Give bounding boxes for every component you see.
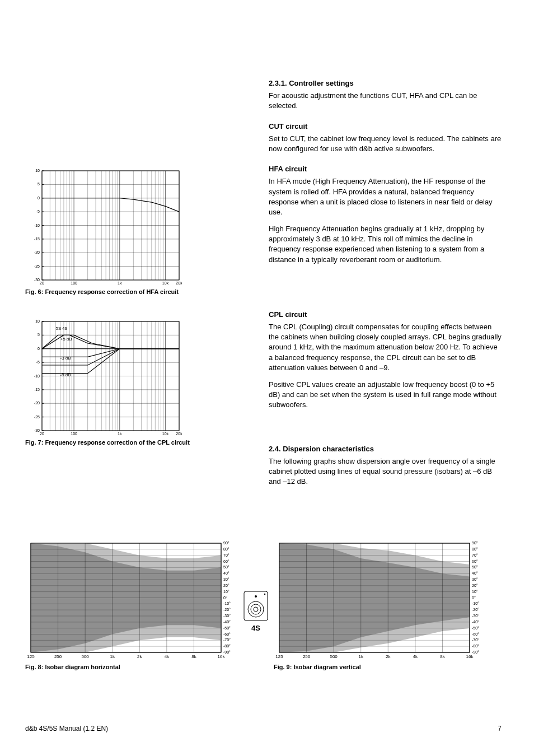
- p-cpl-2: Positive CPL values create an adjustable…: [269, 380, 502, 410]
- section-controller-settings: 2.3.1. Controller settings For acoustic …: [269, 78, 502, 111]
- svg-text:500: 500: [81, 654, 89, 659]
- svg-text:-30: -30: [34, 428, 40, 432]
- caption-fig8: Fig. 8: Isobar diagram horizontal: [25, 663, 238, 671]
- svg-text:-5: -5: [36, 209, 40, 213]
- svg-text:50°: 50°: [223, 565, 229, 569]
- svg-text:40°: 40°: [472, 571, 478, 575]
- svg-text:0°: 0°: [472, 596, 476, 600]
- chart-fig9: 90°80°70°60°50°40°30°20°10°0°-10°-20°-30…: [274, 540, 486, 661]
- svg-text:500: 500: [330, 654, 338, 659]
- svg-text:-5: -5: [36, 361, 40, 365]
- svg-point-184: [248, 601, 264, 617]
- svg-text:-30°: -30°: [223, 614, 231, 618]
- svg-point-185: [251, 604, 261, 614]
- svg-text:-3 dB: -3 dB: [60, 356, 71, 361]
- svg-text:20: 20: [40, 281, 44, 285]
- svg-text:10°: 10°: [223, 590, 229, 594]
- svg-text:20°: 20°: [472, 584, 478, 587]
- heading-cpl: CPL circuit: [269, 310, 502, 320]
- svg-point-188: [264, 594, 266, 595]
- svg-text:80°: 80°: [223, 547, 229, 551]
- svg-text:2k: 2k: [137, 654, 142, 659]
- svg-text:30°: 30°: [223, 577, 229, 581]
- svg-text:-10: -10: [34, 374, 40, 378]
- svg-text:90°: 90°: [472, 541, 478, 545]
- svg-text:+5 dB: +5 dB: [60, 337, 72, 342]
- section-cut: CUT circuit Set to CUT, the cabinet low …: [269, 122, 502, 155]
- svg-text:70°: 70°: [472, 553, 478, 557]
- svg-text:40°: 40°: [223, 571, 229, 575]
- svg-text:5: 5: [38, 182, 40, 186]
- p-controller-intro: For acoustic adjustment the functions CU…: [269, 91, 502, 111]
- caption-fig9: Fig. 9: Isobar diagram vertical: [274, 663, 486, 671]
- svg-text:-30: -30: [34, 278, 40, 282]
- svg-text:-70°: -70°: [472, 638, 479, 642]
- svg-text:-25: -25: [34, 415, 40, 419]
- speaker-label: 4S: [251, 623, 260, 633]
- svg-text:100: 100: [71, 281, 77, 285]
- svg-text:16k: 16k: [466, 654, 474, 659]
- chart-fig6: 1050-5-10-15-20-25-30201001k10k20k: [25, 168, 182, 286]
- heading-controller: 2.3.1. Controller settings: [269, 78, 502, 88]
- svg-text:-40°: -40°: [472, 620, 479, 624]
- svg-text:-50°: -50°: [472, 626, 479, 630]
- svg-text:0°: 0°: [223, 596, 227, 600]
- svg-text:5S: 5S: [56, 326, 62, 331]
- svg-text:-60°: -60°: [223, 632, 231, 636]
- svg-text:-15: -15: [34, 388, 40, 391]
- svg-text:4k: 4k: [413, 654, 418, 659]
- svg-text:70°: 70°: [223, 553, 229, 557]
- svg-text:-30°: -30°: [472, 614, 479, 618]
- svg-text:-9 dB: -9 dB: [60, 372, 71, 377]
- svg-text:-25: -25: [34, 264, 40, 268]
- speaker-icon-4s: 4S: [243, 591, 268, 633]
- svg-text:-20: -20: [34, 250, 40, 254]
- svg-text:1k: 1k: [110, 654, 115, 659]
- svg-text:2k: 2k: [386, 654, 391, 659]
- svg-text:-10°: -10°: [223, 601, 231, 605]
- svg-text:-90°: -90°: [223, 650, 231, 654]
- svg-text:-40°: -40°: [223, 620, 231, 624]
- svg-text:-10°: -10°: [472, 601, 479, 605]
- p-hfa-1: In HFA mode (High Frequency Attenuation)…: [269, 176, 502, 217]
- chart-fig8: 90°80°70°60°50°40°30°20°10°0°-10°-20°-30…: [25, 540, 238, 661]
- svg-text:-70°: -70°: [223, 638, 231, 642]
- p-cpl-1: The CPL (Coupling) circuit compensates f…: [269, 322, 502, 373]
- svg-text:-10: -10: [34, 223, 40, 227]
- svg-text:-15: -15: [34, 237, 40, 241]
- chart-fig7: 1050-5-10-15-20-25-30201001k10k20k5S4S+5…: [25, 319, 182, 436]
- section-dispersion: 2.4. Dispersion characteristics The foll…: [269, 444, 502, 487]
- section-cpl: CPL circuit The CPL (Coupling) circuit c…: [269, 310, 502, 410]
- svg-text:4k: 4k: [165, 654, 170, 659]
- footer-page-number: 7: [498, 724, 502, 734]
- svg-text:20k: 20k: [176, 281, 182, 285]
- svg-text:20°: 20°: [223, 584, 229, 587]
- svg-text:-80°: -80°: [223, 644, 231, 648]
- svg-text:8k: 8k: [440, 654, 445, 659]
- svg-text:10°: 10°: [472, 590, 478, 594]
- speaker-icon: [243, 591, 268, 621]
- svg-text:125: 125: [27, 654, 35, 659]
- svg-text:-90°: -90°: [472, 650, 479, 654]
- heading-hfa: HFA circuit: [269, 164, 502, 174]
- svg-text:60°: 60°: [223, 559, 229, 563]
- svg-text:-60°: -60°: [472, 632, 479, 636]
- caption-fig7: Fig. 7: Frequency response correction of…: [25, 438, 204, 447]
- svg-text:60°: 60°: [472, 559, 478, 563]
- svg-text:80°: 80°: [472, 547, 478, 551]
- footer-left: d&b 4S/5S Manual (1.2 EN): [25, 724, 108, 734]
- svg-text:30°: 30°: [472, 577, 478, 581]
- svg-point-186: [254, 607, 258, 612]
- svg-text:20: 20: [40, 432, 44, 436]
- svg-text:250: 250: [303, 654, 311, 659]
- svg-text:1k: 1k: [118, 432, 122, 436]
- svg-point-187: [255, 595, 257, 598]
- svg-text:10k: 10k: [162, 281, 169, 285]
- svg-text:1k: 1k: [358, 654, 363, 659]
- p-hfa-2: High Frequency Attenuation begins gradua…: [269, 224, 502, 265]
- svg-text:-20°: -20°: [472, 608, 479, 612]
- svg-text:100: 100: [71, 432, 77, 436]
- svg-text:90°: 90°: [223, 541, 229, 545]
- svg-text:10: 10: [35, 169, 40, 172]
- svg-text:125: 125: [275, 654, 283, 659]
